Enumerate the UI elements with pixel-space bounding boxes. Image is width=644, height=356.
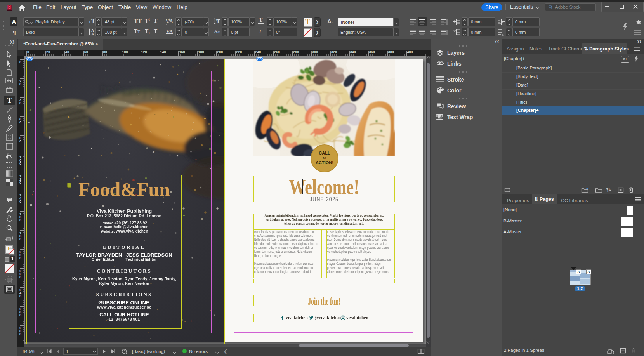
svg-text:T: T <box>216 18 220 24</box>
svg-text:A: A <box>169 18 174 24</box>
svg-text:A: A <box>91 32 94 36</box>
svg-text:T: T <box>259 17 263 23</box>
